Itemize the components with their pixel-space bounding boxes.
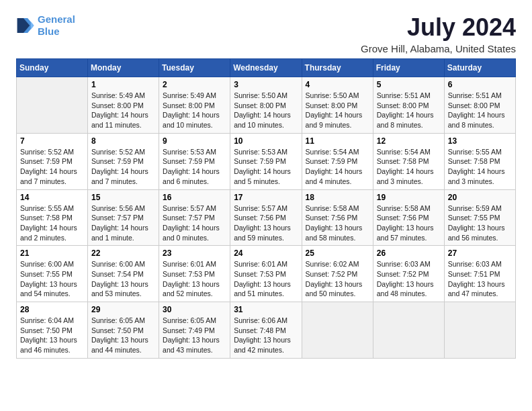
calendar-day-cell: 12Sunrise: 5:54 AM Sunset: 7:58 PM Dayli… <box>373 133 444 189</box>
day-number: 3 <box>234 80 298 89</box>
title-area: July 2024 Grove Hill, Alabama, United St… <box>361 13 516 54</box>
day-number: 2 <box>163 80 226 89</box>
calendar-day-cell: 31Sunrise: 6:06 AM Sunset: 7:48 PM Dayli… <box>230 302 302 359</box>
day-info: Sunrise: 5:52 AM Sunset: 7:59 PM Dayligh… <box>20 147 84 187</box>
day-number: 28 <box>20 305 84 314</box>
calendar-day-cell: 3Sunrise: 5:50 AM Sunset: 8:00 PM Daylig… <box>230 77 302 134</box>
day-info: Sunrise: 6:04 AM Sunset: 7:50 PM Dayligh… <box>20 316 84 355</box>
day-number: 26 <box>377 248 441 258</box>
day-info: Sunrise: 6:00 AM Sunset: 7:54 PM Dayligh… <box>91 259 155 299</box>
day-number: 19 <box>377 193 441 202</box>
calendar-day-cell: 16Sunrise: 5:57 AM Sunset: 7:57 PM Dayli… <box>159 189 230 246</box>
logo: General Blue <box>16 13 75 38</box>
calendar-week-row: 28Sunrise: 6:04 AM Sunset: 7:50 PM Dayli… <box>17 302 516 359</box>
day-info: Sunrise: 5:56 AM Sunset: 7:57 PM Dayligh… <box>91 203 155 243</box>
calendar-body: 1Sunrise: 5:49 AM Sunset: 8:00 PM Daylig… <box>17 77 516 359</box>
calendar-week-row: 7Sunrise: 5:52 AM Sunset: 7:59 PM Daylig… <box>17 133 516 189</box>
day-number: 4 <box>306 80 369 89</box>
calendar-day-cell: 25Sunrise: 6:02 AM Sunset: 7:52 PM Dayli… <box>302 246 373 302</box>
day-info: Sunrise: 6:05 AM Sunset: 7:50 PM Dayligh… <box>91 316 155 355</box>
calendar-day-cell: 9Sunrise: 5:53 AM Sunset: 7:59 PM Daylig… <box>159 133 230 189</box>
day-number: 5 <box>377 80 441 89</box>
svg-marker-2 <box>31 21 34 30</box>
day-number: 14 <box>20 193 84 202</box>
day-info: Sunrise: 5:58 AM Sunset: 7:56 PM Dayligh… <box>377 203 441 243</box>
calendar-header-row: SundayMondayTuesdayWednesdayThursdayFrid… <box>17 59 516 77</box>
calendar-day-cell: 10Sunrise: 5:53 AM Sunset: 7:59 PM Dayli… <box>230 133 302 189</box>
day-number: 8 <box>91 136 155 146</box>
day-number: 11 <box>306 136 369 146</box>
calendar-day-cell <box>17 77 88 134</box>
calendar-week-row: 14Sunrise: 5:55 AM Sunset: 7:58 PM Dayli… <box>17 189 516 246</box>
calendar-day-cell: 27Sunrise: 6:03 AM Sunset: 7:51 PM Dayli… <box>444 246 515 302</box>
calendar-day-cell: 30Sunrise: 6:05 AM Sunset: 7:49 PM Dayli… <box>159 302 230 359</box>
calendar-day-cell: 23Sunrise: 6:01 AM Sunset: 7:53 PM Dayli… <box>159 246 230 302</box>
calendar-header-cell: Wednesday <box>230 59 302 77</box>
calendar-day-cell: 21Sunrise: 6:00 AM Sunset: 7:55 PM Dayli… <box>17 246 88 302</box>
calendar-week-row: 21Sunrise: 6:00 AM Sunset: 7:55 PM Dayli… <box>17 246 516 302</box>
calendar: SundayMondayTuesdayWednesdayThursdayFrid… <box>16 58 516 359</box>
day-number: 27 <box>448 248 512 258</box>
calendar-day-cell: 2Sunrise: 5:49 AM Sunset: 8:00 PM Daylig… <box>159 77 230 134</box>
day-info: Sunrise: 5:50 AM Sunset: 8:00 PM Dayligh… <box>306 91 369 130</box>
day-info: Sunrise: 6:00 AM Sunset: 7:55 PM Dayligh… <box>20 259 84 299</box>
calendar-day-cell: 26Sunrise: 6:03 AM Sunset: 7:52 PM Dayli… <box>373 246 444 302</box>
calendar-header-cell: Sunday <box>17 59 88 77</box>
day-number: 23 <box>163 248 226 258</box>
day-info: Sunrise: 5:53 AM Sunset: 7:59 PM Dayligh… <box>234 147 298 187</box>
calendar-header-cell: Thursday <box>302 59 373 77</box>
calendar-header-cell: Monday <box>88 59 159 77</box>
calendar-day-cell: 1Sunrise: 5:49 AM Sunset: 8:00 PM Daylig… <box>88 77 159 134</box>
day-info: Sunrise: 5:51 AM Sunset: 8:00 PM Dayligh… <box>377 91 441 130</box>
day-number: 9 <box>163 136 226 146</box>
day-info: Sunrise: 5:57 AM Sunset: 7:56 PM Dayligh… <box>234 203 298 243</box>
day-number: 20 <box>448 193 512 202</box>
calendar-day-cell <box>302 302 373 359</box>
day-info: Sunrise: 5:49 AM Sunset: 8:00 PM Dayligh… <box>163 91 226 130</box>
day-number: 31 <box>234 305 298 314</box>
calendar-day-cell: 4Sunrise: 5:50 AM Sunset: 8:00 PM Daylig… <box>302 77 373 134</box>
day-number: 29 <box>91 305 155 314</box>
day-number: 15 <box>91 193 155 202</box>
calendar-day-cell: 22Sunrise: 6:00 AM Sunset: 7:54 PM Dayli… <box>88 246 159 302</box>
day-info: Sunrise: 5:58 AM Sunset: 7:56 PM Dayligh… <box>306 203 369 243</box>
header: General Blue July 2024 Grove Hill, Alaba… <box>16 13 516 54</box>
day-info: Sunrise: 6:06 AM Sunset: 7:48 PM Dayligh… <box>234 316 298 355</box>
day-info: Sunrise: 6:03 AM Sunset: 7:52 PM Dayligh… <box>377 259 441 299</box>
day-info: Sunrise: 5:54 AM Sunset: 7:59 PM Dayligh… <box>306 147 369 187</box>
calendar-day-cell: 6Sunrise: 5:51 AM Sunset: 8:00 PM Daylig… <box>444 77 515 134</box>
calendar-header: SundayMondayTuesdayWednesdayThursdayFrid… <box>17 59 516 77</box>
day-number: 10 <box>234 136 298 146</box>
main-title: July 2024 <box>361 13 516 42</box>
calendar-week-row: 1Sunrise: 5:49 AM Sunset: 8:00 PM Daylig… <box>17 77 516 134</box>
calendar-day-cell <box>444 302 515 359</box>
calendar-day-cell: 11Sunrise: 5:54 AM Sunset: 7:59 PM Dayli… <box>302 133 373 189</box>
day-info: Sunrise: 6:01 AM Sunset: 7:53 PM Dayligh… <box>163 259 226 299</box>
day-number: 21 <box>20 248 84 258</box>
day-info: Sunrise: 5:51 AM Sunset: 8:00 PM Dayligh… <box>448 91 512 130</box>
day-number: 22 <box>91 248 155 258</box>
day-info: Sunrise: 6:05 AM Sunset: 7:49 PM Dayligh… <box>163 316 226 355</box>
day-info: Sunrise: 6:02 AM Sunset: 7:52 PM Dayligh… <box>306 259 369 299</box>
calendar-day-cell: 17Sunrise: 5:57 AM Sunset: 7:56 PM Dayli… <box>230 189 302 246</box>
day-number: 16 <box>163 193 226 202</box>
calendar-header-cell: Saturday <box>444 59 515 77</box>
calendar-day-cell: 28Sunrise: 6:04 AM Sunset: 7:50 PM Dayli… <box>17 302 88 359</box>
day-info: Sunrise: 5:53 AM Sunset: 7:59 PM Dayligh… <box>163 147 226 187</box>
logo-icon <box>16 16 35 35</box>
calendar-day-cell <box>373 302 444 359</box>
day-number: 1 <box>91 80 155 89</box>
day-number: 30 <box>163 305 226 314</box>
day-number: 17 <box>234 193 298 202</box>
day-info: Sunrise: 5:59 AM Sunset: 7:55 PM Dayligh… <box>448 203 512 243</box>
day-info: Sunrise: 5:55 AM Sunset: 7:58 PM Dayligh… <box>20 203 84 243</box>
day-info: Sunrise: 6:03 AM Sunset: 7:51 PM Dayligh… <box>448 259 512 299</box>
calendar-day-cell: 14Sunrise: 5:55 AM Sunset: 7:58 PM Dayli… <box>17 189 88 246</box>
calendar-day-cell: 18Sunrise: 5:58 AM Sunset: 7:56 PM Dayli… <box>302 189 373 246</box>
calendar-header-cell: Tuesday <box>159 59 230 77</box>
calendar-day-cell: 29Sunrise: 6:05 AM Sunset: 7:50 PM Dayli… <box>88 302 159 359</box>
day-number: 6 <box>448 80 512 89</box>
day-info: Sunrise: 5:57 AM Sunset: 7:57 PM Dayligh… <box>163 203 226 243</box>
day-number: 24 <box>234 248 298 258</box>
day-info: Sunrise: 5:55 AM Sunset: 7:58 PM Dayligh… <box>448 147 512 187</box>
